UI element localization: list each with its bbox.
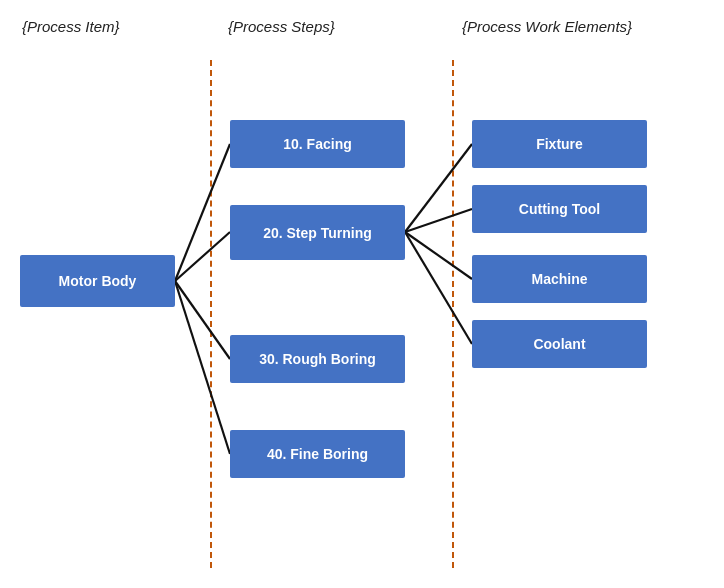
svg-line-2 bbox=[175, 281, 230, 359]
col-header-work-elements: {Process Work Elements} bbox=[462, 18, 632, 35]
box-step-30: 30. Rough Boring bbox=[230, 335, 405, 383]
box-step-40: 40. Fine Boring bbox=[230, 430, 405, 478]
svg-line-7 bbox=[405, 232, 472, 344]
dashed-line-2 bbox=[452, 60, 454, 568]
col-header-process-steps: {Process Steps} bbox=[228, 18, 335, 35]
box-step-10: 10. Facing bbox=[230, 120, 405, 168]
box-step-20: 20. Step Turning bbox=[230, 205, 405, 260]
box-coolant: Coolant bbox=[472, 320, 647, 368]
svg-line-4 bbox=[405, 144, 472, 232]
box-motor-body: Motor Body bbox=[20, 255, 175, 307]
svg-line-0 bbox=[175, 144, 230, 281]
col-header-process-item: {Process Item} bbox=[22, 18, 120, 35]
svg-line-5 bbox=[405, 209, 472, 232]
svg-line-1 bbox=[175, 232, 230, 281]
svg-line-6 bbox=[405, 232, 472, 279]
diagram-container: {Process Item} {Process Steps} {Process … bbox=[0, 0, 724, 588]
dashed-line-1 bbox=[210, 60, 212, 568]
box-machine: Machine bbox=[472, 255, 647, 303]
svg-line-3 bbox=[175, 281, 230, 454]
box-cutting-tool: Cutting Tool bbox=[472, 185, 647, 233]
box-fixture: Fixture bbox=[472, 120, 647, 168]
